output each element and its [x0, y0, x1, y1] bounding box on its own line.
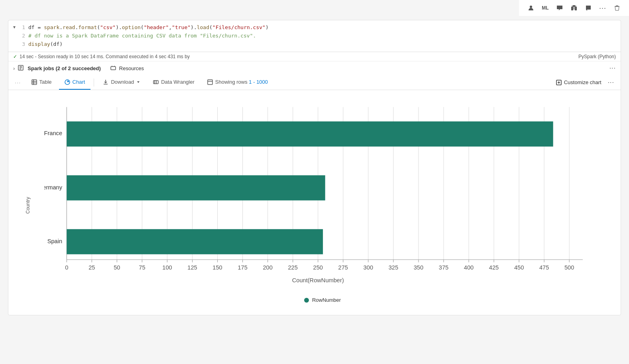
- tab-table-label: Table: [39, 79, 52, 85]
- code-line-3: 3 display(df): [19, 40, 616, 49]
- tab-divider: [94, 79, 94, 87]
- tab-chart-label: Chart: [73, 79, 85, 85]
- spark-jobs-title: Spark jobs (2 of 2 succeeded): [28, 65, 101, 71]
- rows-range-link[interactable]: 1 - 1000: [249, 79, 268, 85]
- customize-chart-label: Customize chart: [564, 79, 601, 85]
- share-icon[interactable]: [568, 2, 580, 14]
- spark-jobs-more-icon[interactable]: ···: [609, 65, 616, 72]
- status-text: 14 sec - Session ready in 10 sec 14 ms. …: [20, 54, 190, 59]
- notebook-cell: ▾ 1 df = spark.read.format("csv").option…: [8, 20, 621, 315]
- legend-label: RowNumber: [312, 297, 341, 303]
- x-tick-325: 325: [389, 264, 398, 271]
- x-tick-300: 300: [364, 264, 373, 271]
- x-tick-125: 125: [187, 264, 197, 271]
- person-icon[interactable]: [525, 2, 537, 14]
- x-tick-50: 50: [114, 264, 120, 271]
- bar-france: [67, 122, 553, 147]
- download-chevron-icon: [136, 80, 140, 84]
- customize-chart-button[interactable]: Customize chart: [556, 79, 601, 85]
- chart-icon: [65, 79, 70, 85]
- tab-download-label: Download: [111, 79, 134, 85]
- x-tick-200: 200: [263, 264, 272, 271]
- chart-inner: .grid-line { stroke: #ddd; stroke-width:…: [44, 98, 601, 303]
- tabs-left: ··· Table Chart Download Data Wrangler: [15, 75, 273, 90]
- tab-chart[interactable]: Chart: [59, 75, 91, 90]
- x-tick-475: 475: [539, 264, 549, 271]
- cell-code-area: ▾ 1 df = spark.read.format("csv").option…: [8, 20, 621, 52]
- tab-data-wrangler[interactable]: Data Wrangler: [147, 75, 200, 90]
- x-tick-0: 0: [65, 264, 68, 271]
- x-tick-225: 225: [288, 264, 297, 271]
- svg-rect-8: [111, 67, 116, 70]
- code-line-1: 1 df = spark.read.format("csv").option("…: [19, 24, 616, 32]
- svg-point-0: [530, 6, 532, 8]
- x-tick-250: 250: [313, 264, 323, 271]
- chart-area: Country .grid-line { stroke: #ddd; strok…: [8, 90, 621, 315]
- rows-showing-text: Showing rows 1 - 1000: [215, 79, 268, 85]
- expand-arrow-icon[interactable]: ›: [13, 65, 15, 71]
- spark-jobs-bar: › Spark jobs (2 of 2 succeeded) Resource…: [8, 61, 621, 75]
- more-horiz-icon[interactable]: ···: [597, 2, 608, 14]
- x-tick-150: 150: [212, 264, 222, 271]
- resources-button[interactable]: Resources: [119, 65, 144, 71]
- svg-rect-2: [575, 7, 577, 10]
- tab-table[interactable]: Table: [26, 75, 57, 90]
- x-tick-275: 275: [338, 264, 348, 271]
- spark-jobs-icon: [18, 65, 24, 72]
- table-icon: [31, 79, 37, 85]
- bar-germany: [67, 175, 325, 201]
- tab-data-wrangler-label: Data Wrangler: [161, 79, 195, 85]
- tab-download[interactable]: Download: [97, 75, 146, 90]
- chart-more-icon[interactable]: ···: [608, 79, 614, 86]
- collapse-button[interactable]: ▾: [13, 24, 16, 30]
- tab-rows-info: Showing rows 1 - 1000: [202, 75, 273, 90]
- code-lines: 1 df = spark.read.format("csv").option("…: [19, 24, 616, 48]
- y-axis-label: Country: [25, 197, 31, 214]
- top-toolbar: ML ···: [519, 0, 629, 16]
- ml-icon[interactable]: ML: [540, 2, 551, 14]
- code-line-2: 2 # df now is a Spark DataFrame containi…: [19, 32, 616, 40]
- svg-rect-11: [32, 80, 37, 85]
- x-axis-label: Count(RowNumber): [292, 277, 344, 283]
- x-tick-350: 350: [414, 264, 423, 271]
- x-tick-450: 450: [514, 264, 524, 271]
- y-label-france: France: [44, 130, 62, 137]
- x-tick-75: 75: [139, 264, 145, 271]
- x-tick-175: 175: [238, 264, 247, 271]
- rows-icon: [207, 79, 213, 85]
- x-tick-375: 375: [439, 264, 448, 271]
- legend-dot: [304, 298, 309, 303]
- chart-legend: RowNumber: [44, 297, 601, 303]
- resources-icon: [110, 65, 116, 72]
- x-tick-100: 100: [162, 264, 172, 271]
- chart-tabs: ··· Table Chart Download Data Wrangler: [8, 75, 621, 90]
- x-tick-25: 25: [88, 264, 95, 271]
- customize-chart-icon: [556, 80, 562, 85]
- bar-chart-svg: .grid-line { stroke: #ddd; stroke-width:…: [44, 98, 601, 291]
- data-wrangler-icon: [153, 79, 159, 85]
- svg-rect-21: [208, 80, 212, 85]
- comment-icon[interactable]: [554, 2, 565, 14]
- svg-rect-18: [153, 81, 158, 84]
- cell-side-dots[interactable]: ···: [15, 79, 21, 86]
- y-label-spain: Spain: [47, 238, 62, 244]
- check-icon: ✓: [13, 54, 17, 59]
- x-tick-425: 425: [489, 264, 499, 271]
- y-label-germany: Germany: [44, 184, 63, 191]
- svg-rect-1: [571, 7, 573, 10]
- download-icon: [103, 79, 108, 85]
- status-left: ✓ 14 sec - Session ready in 10 sec 14 ms…: [13, 54, 190, 59]
- spark-jobs-left: › Spark jobs (2 of 2 succeeded) Resource…: [13, 65, 144, 72]
- x-tick-500: 500: [564, 264, 574, 271]
- trash-icon[interactable]: [611, 2, 623, 14]
- chat-icon[interactable]: [583, 2, 594, 14]
- runtime-label: PySpark (Python): [578, 54, 616, 59]
- bar-spain: [67, 229, 323, 254]
- tabs-right: Customize chart ···: [556, 79, 614, 86]
- x-tick-400: 400: [464, 264, 474, 271]
- status-bar: ✓ 14 sec - Session ready in 10 sec 14 ms…: [8, 52, 621, 61]
